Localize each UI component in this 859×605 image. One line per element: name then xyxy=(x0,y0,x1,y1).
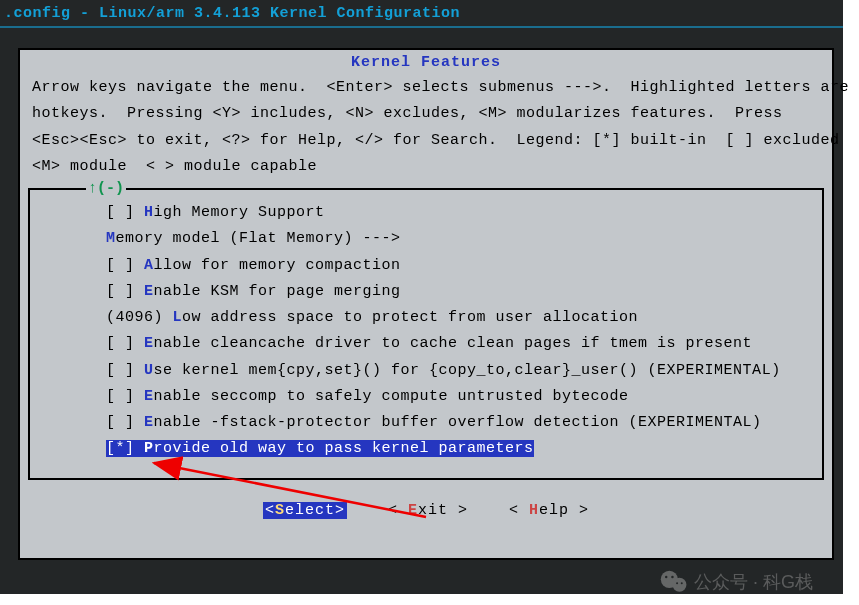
menu-item[interactable]: [ ] Enable cleancache driver to cache cl… xyxy=(30,331,822,357)
watermark-text: 公众号 · 科G栈 xyxy=(694,570,813,594)
watermark: 公众号 · 科G栈 xyxy=(660,570,813,594)
menu-item[interactable]: [ ] Allow for memory compaction xyxy=(30,253,822,279)
window-title: .config - Linux/arm 3.4.113 Kernel Confi… xyxy=(0,0,843,24)
terminal-window: .config - Linux/arm 3.4.113 Kernel Confi… xyxy=(0,0,843,594)
help-button[interactable]: < Help > xyxy=(509,502,589,519)
svg-point-4 xyxy=(665,576,667,578)
scroll-up-indicator: ↑(-) xyxy=(86,180,126,197)
title-divider xyxy=(0,26,843,28)
button-row: <Select> < Exit > < Help > xyxy=(28,480,824,519)
menu-item[interactable]: (4096) Low address space to protect from… xyxy=(30,305,822,331)
help-text: Arrow keys navigate the menu. <Enter> se… xyxy=(28,71,824,184)
wechat-icon xyxy=(660,570,688,594)
menu-item[interactable]: [ ] High Memory Support xyxy=(30,200,822,226)
menu-item[interactable]: [*] Provide old way to pass kernel param… xyxy=(30,436,822,462)
svg-point-3 xyxy=(672,578,686,592)
menu-item[interactable]: [ ] Enable -fstack-protector buffer over… xyxy=(30,410,822,436)
menuconfig-dialog: Kernel Features Arrow keys navigate the … xyxy=(18,48,834,560)
svg-point-6 xyxy=(676,582,678,584)
select-button[interactable]: <Select> xyxy=(263,502,347,519)
menu-item[interactable]: [ ] Use kernel mem{cpy,set}() for {copy_… xyxy=(30,358,822,384)
menu-item[interactable]: [ ] Enable KSM for page merging xyxy=(30,279,822,305)
menu-item[interactable]: Memory model (Flat Memory) ---> xyxy=(30,226,822,252)
svg-point-5 xyxy=(671,576,673,578)
section-title: Kernel Features xyxy=(28,52,824,71)
exit-button[interactable]: < Exit > xyxy=(388,502,468,519)
svg-point-7 xyxy=(681,582,683,584)
menu-list-box: ↑(-) [ ] High Memory Support Memory mode… xyxy=(28,188,824,480)
menu-item[interactable]: [ ] Enable seccomp to safely compute unt… xyxy=(30,384,822,410)
